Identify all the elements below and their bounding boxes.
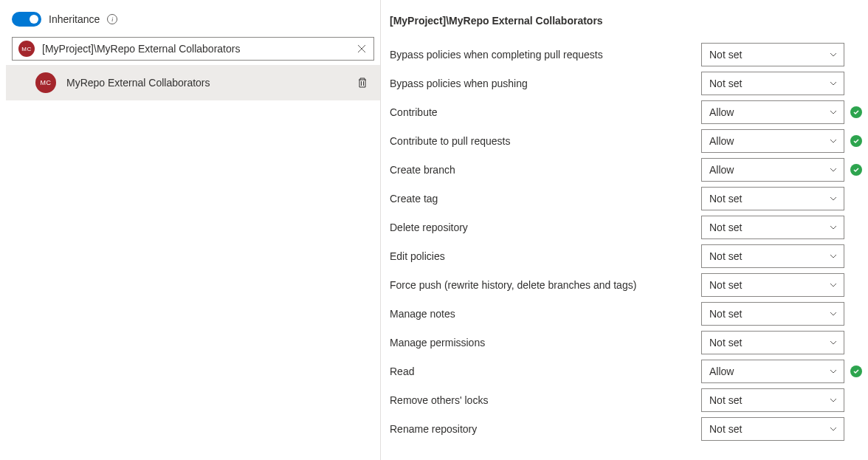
- permission-select[interactable]: Not set: [701, 331, 844, 354]
- permission-select[interactable]: Allow: [701, 129, 844, 153]
- permission-select-value: Not set: [709, 279, 742, 291]
- permission-label: Bypass policies when pushing: [390, 78, 701, 89]
- permission-select[interactable]: Not set: [701, 244, 844, 268]
- check-icon: [850, 135, 862, 147]
- chevron-down-icon: [829, 137, 838, 145]
- check-icon: [850, 106, 862, 118]
- permission-select-value: Not set: [709, 78, 742, 89]
- permission-select[interactable]: Not set: [701, 187, 844, 210]
- permission-select-value: Not set: [709, 193, 742, 205]
- permission-select-value: Not set: [709, 308, 742, 320]
- chevron-down-icon: [829, 194, 838, 203]
- chevron-down-icon: [829, 165, 838, 174]
- permission-row: Contribute to pull requestsAllow: [390, 126, 868, 155]
- check-icon: [850, 365, 862, 377]
- check-icon: [850, 164, 862, 176]
- permission-select[interactable]: Not set: [701, 417, 844, 441]
- avatar: MC: [18, 41, 35, 57]
- permission-select-value: Not set: [709, 423, 742, 435]
- permission-check-cell: [850, 135, 868, 147]
- permission-row: Manage notesNot set: [390, 299, 868, 328]
- permission-label: Contribute to pull requests: [390, 135, 701, 147]
- permission-select-value: Allow: [709, 365, 734, 377]
- chevron-down-icon: [829, 309, 838, 318]
- permission-row: ContributeAllow: [390, 97, 868, 126]
- chevron-down-icon: [829, 223, 838, 232]
- permission-check-cell: [850, 365, 868, 377]
- permission-row: Edit policiesNot set: [390, 241, 868, 270]
- permission-label: Create tag: [390, 193, 701, 205]
- permission-select[interactable]: Allow: [701, 360, 844, 383]
- permission-label: Manage permissions: [390, 337, 701, 349]
- permission-row: Delete repositoryNot set: [390, 213, 868, 241]
- chevron-down-icon: [829, 338, 838, 347]
- permission-select-value: Not set: [709, 49, 742, 61]
- permission-row: Rename repositoryNot set: [390, 414, 868, 443]
- permission-select-value: Not set: [709, 222, 742, 233]
- info-icon[interactable]: i: [107, 14, 117, 24]
- permission-label: Rename repository: [390, 423, 701, 435]
- permission-select[interactable]: Not set: [701, 43, 844, 66]
- permission-select[interactable]: Not set: [701, 216, 844, 239]
- permission-row: Create branchAllow: [390, 155, 868, 184]
- permission-label: Read: [390, 365, 701, 377]
- permission-label: Force push (rewrite history, delete bran…: [390, 279, 701, 291]
- avatar: MC: [35, 72, 56, 93]
- permission-select-value: Allow: [709, 164, 734, 176]
- permission-row: Bypass policies when completing pull req…: [390, 40, 868, 69]
- permission-label: Contribute: [390, 106, 701, 118]
- permission-row: Create tagNot set: [390, 184, 868, 213]
- permission-label: Bypass policies when completing pull req…: [390, 49, 701, 61]
- permission-select[interactable]: Not set: [701, 388, 844, 412]
- chevron-down-icon: [829, 79, 838, 88]
- chevron-down-icon: [829, 367, 838, 376]
- chevron-down-icon: [829, 281, 838, 289]
- permission-check-cell: [850, 106, 868, 118]
- permissions-title: [MyProject]\MyRepo External Collaborator…: [390, 15, 868, 40]
- permission-label: Create branch: [390, 164, 701, 176]
- permission-label: Remove others' locks: [390, 394, 701, 406]
- clear-icon[interactable]: [356, 43, 368, 55]
- chevron-down-icon: [829, 108, 838, 117]
- permission-select-value: Not set: [709, 250, 742, 262]
- permission-row: Bypass policies when pushingNot set: [390, 69, 868, 97]
- permission-select[interactable]: Not set: [701, 72, 844, 95]
- identity-search-box[interactable]: MC [MyProject]\MyRepo External Collabora…: [12, 37, 374, 61]
- inheritance-toggle[interactable]: [12, 12, 41, 27]
- inheritance-label: Inheritance: [49, 13, 100, 25]
- permission-select[interactable]: Allow: [701, 158, 844, 182]
- chevron-down-icon: [829, 396, 838, 405]
- permission-row: Manage permissionsNot set: [390, 328, 868, 357]
- permission-row: ReadAllow: [390, 357, 868, 385]
- permission-select-value: Not set: [709, 394, 742, 406]
- permission-select-value: Allow: [709, 106, 734, 118]
- permission-select-value: Allow: [709, 135, 734, 147]
- delete-icon[interactable]: [356, 77, 368, 89]
- permission-select[interactable]: Not set: [701, 273, 844, 297]
- group-list-item[interactable]: MCMyRepo External Collaborators: [6, 65, 380, 100]
- search-input-value[interactable]: [MyProject]\MyRepo External Collaborator…: [42, 43, 348, 55]
- permission-row: Remove others' locksNot set: [390, 385, 868, 414]
- permission-select-value: Not set: [709, 337, 742, 349]
- permission-select[interactable]: Not set: [701, 302, 844, 326]
- permission-row: Force push (rewrite history, delete bran…: [390, 270, 868, 299]
- chevron-down-icon: [829, 50, 838, 59]
- permission-check-cell: [850, 164, 868, 176]
- permission-select[interactable]: Allow: [701, 100, 844, 124]
- group-item-label: MyRepo External Collaborators: [66, 77, 346, 89]
- permission-label: Edit policies: [390, 250, 701, 262]
- chevron-down-icon: [829, 252, 838, 261]
- permission-label: Manage notes: [390, 308, 701, 320]
- permission-label: Delete repository: [390, 222, 701, 233]
- chevron-down-icon: [829, 425, 838, 433]
